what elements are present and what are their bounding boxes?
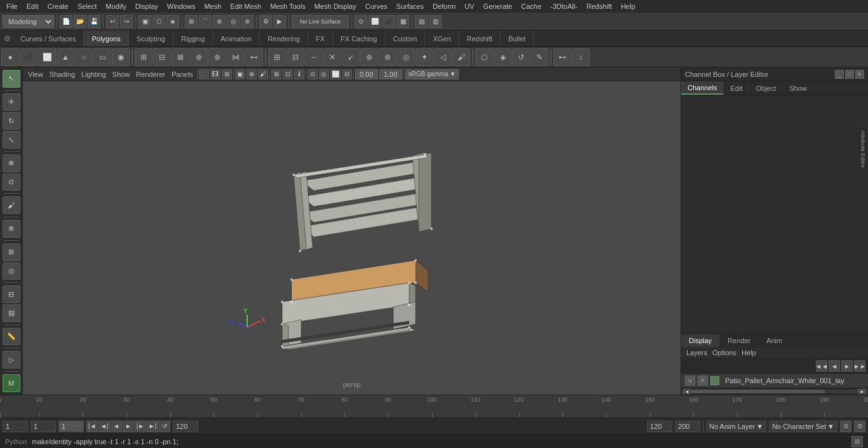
channel-box-minimize[interactable]: _	[835, 70, 844, 79]
shelf-disk[interactable]: ◉	[112, 48, 130, 66]
tab-curves-surfaces[interactable]: Curves / Surfaces	[13, 31, 84, 46]
shelf-smooth[interactable]: ◎	[397, 48, 415, 66]
snap-surface-btn[interactable]: ◎	[227, 15, 240, 28]
no-char-set-dropdown[interactable]: No Character Set ▼	[769, 421, 837, 432]
shelf-mirror[interactable]: ⊷	[245, 48, 263, 66]
vp-colorspace[interactable]: sRGB gamma ▼	[405, 69, 459, 79]
menu-generate[interactable]: Generate	[479, 2, 516, 11]
cluster-btn[interactable]: ⊞	[3, 243, 20, 261]
pb-step-fwd[interactable]: |►	[135, 421, 146, 432]
menu-edit-mesh[interactable]: Edit Mesh	[226, 2, 265, 11]
tab-object[interactable]: Object	[749, 81, 783, 95]
render-settings-btn[interactable]: ⚙	[259, 15, 272, 28]
menu-display[interactable]: Display	[132, 2, 162, 11]
smooth-btn[interactable]: ⬛	[383, 15, 395, 28]
layer-visibility-btn[interactable]: V	[685, 376, 695, 386]
layer-scrollbar-container[interactable]: ◄ ►	[681, 388, 868, 395]
shelf-offset-edge[interactable]: ⊟	[287, 48, 304, 66]
vp-grid-btn[interactable]: ⊞	[271, 69, 281, 79]
shelf-wedge[interactable]: ◁	[434, 48, 452, 66]
snap-grid-btn[interactable]: ⊞	[185, 15, 198, 28]
pb-play-fwd[interactable]: ►	[123, 421, 134, 432]
tab-bullet[interactable]: Bullet	[501, 31, 534, 46]
pb-play-back[interactable]: ◄	[111, 421, 122, 432]
shelf-quad-draw[interactable]: ⬡	[475, 48, 493, 66]
menu-modify[interactable]: Modify	[102, 2, 130, 11]
layer-scroll-left[interactable]: ◄	[682, 389, 691, 394]
select-by-component-btn[interactable]: ▣	[139, 15, 151, 28]
tab-polygons[interactable]: Polygons	[84, 31, 128, 46]
vp-wireframe-btn[interactable]: ⬜	[330, 69, 341, 79]
shelf-separate[interactable]: ⊗	[208, 48, 226, 66]
menu-uv[interactable]: UV	[461, 2, 478, 11]
paint-sel-btn[interactable]: 🖌	[3, 196, 20, 214]
shelf-relax[interactable]: ↺	[512, 48, 530, 66]
tab-custom[interactable]: Custom	[386, 31, 426, 46]
menu-curves[interactable]: Curves	[362, 2, 391, 11]
tab-redshift[interactable]: Redshift	[459, 31, 501, 46]
xray-btn[interactable]: ⊙	[355, 15, 367, 28]
menu-create[interactable]: Create	[44, 2, 72, 11]
shelf-slide-edge[interactable]: ↔	[305, 48, 323, 66]
scale-tool-btn[interactable]: ⤡	[3, 131, 20, 149]
shelf-sphere[interactable]: ●	[1, 48, 19, 66]
viewport-3d[interactable]: View Shading Lighting Show Renderer Pane…	[23, 67, 681, 395]
channel-box-close[interactable]: ✕	[855, 70, 864, 79]
shelf-merge[interactable]: ⊕	[360, 48, 378, 66]
menu-3dtall[interactable]: -3DtoAll-	[546, 2, 581, 11]
menu-file[interactable]: File	[3, 2, 22, 11]
help-menu[interactable]: Help	[742, 349, 756, 356]
measure-btn[interactable]: 📏	[3, 328, 20, 346]
show-manip-btn[interactable]: ⊗	[3, 220, 20, 238]
soft-select-btn[interactable]: ⊙	[3, 173, 20, 191]
tab-show[interactable]: Show	[783, 81, 814, 95]
joint-btn[interactable]: ◎	[3, 262, 20, 280]
layer-tab-render[interactable]: Render	[720, 334, 759, 347]
vp-smooth-btn[interactable]: ◎	[319, 69, 329, 79]
tabbar-gear[interactable]: ⚙	[1, 31, 13, 47]
render-btn[interactable]: ▶	[273, 15, 286, 28]
renderer-menu-btn[interactable]: Renderer	[133, 71, 168, 78]
shelf-combine[interactable]: ⊕	[190, 48, 208, 66]
tab-rigging[interactable]: Rigging	[173, 31, 213, 46]
lasso-select-btn[interactable]: ⬡	[153, 15, 165, 28]
layer-scroll-right[interactable]: ►	[858, 389, 867, 394]
new-scene-btn[interactable]: 📄	[60, 15, 72, 28]
layer-scrollbar-track[interactable]	[691, 390, 858, 393]
layout-btn[interactable]: ▤	[415, 15, 428, 28]
layer-next-next-btn[interactable]: ►►	[854, 360, 865, 372]
layout2-btn[interactable]: ▥	[429, 15, 442, 28]
vp-camera-btn[interactable]: 🎥	[199, 69, 209, 79]
shelf-mirror2[interactable]: ⊷	[553, 48, 571, 66]
vp-xray-btn[interactable]: ⊙	[308, 69, 318, 79]
options-menu[interactable]: Options	[712, 349, 736, 356]
undo-btn[interactable]: ↩	[106, 15, 119, 28]
paint-select-btn[interactable]: ◈	[166, 15, 179, 28]
vp-heads-up-btn[interactable]: ℹ	[294, 69, 304, 79]
layer-next-btn[interactable]: ►	[841, 360, 853, 372]
pb-go-end[interactable]: ►|	[147, 421, 158, 432]
menu-edit[interactable]: Edit	[23, 2, 43, 11]
rotate-tool-btn[interactable]: ↻	[3, 112, 20, 130]
workspace-selector[interactable]: Modeling Rigging Animation FX Rendering	[3, 15, 54, 28]
save-scene-btn[interactable]: 💾	[88, 15, 100, 28]
range-end-field[interactable]: 120	[173, 421, 198, 432]
vp-select-mode2-btn[interactable]: ⊕	[247, 69, 257, 79]
attribute-editor-vtab[interactable]: Attribute Editor	[858, 127, 868, 172]
frame-start-field[interactable]: 1	[3, 421, 28, 432]
pb-step-back[interactable]: ◄|	[98, 421, 110, 432]
wireframe-btn[interactable]: ⬜	[369, 15, 381, 28]
timeline-ruler[interactable]: 1102030405060708090100110120130140150160…	[0, 395, 868, 417]
status-icon-btn[interactable]: ⊞	[851, 436, 863, 447]
menu-redshift[interactable]: Redshift	[583, 2, 616, 11]
shelf-insert-edge[interactable]: ⊞	[268, 48, 286, 66]
snap-live-btn[interactable]: ⊛	[241, 15, 254, 28]
snap-point-btn[interactable]: ⊕	[213, 15, 226, 28]
maya-logo-btn[interactable]: M	[3, 374, 20, 392]
no-anim-layer-dropdown[interactable]: No Anim Layer ▼	[706, 421, 766, 432]
redo-btn[interactable]: ↪	[120, 15, 133, 28]
anim-extra-btn[interactable]: ⚙	[854, 421, 865, 432]
layer-prev-prev-btn[interactable]: ◄◄	[816, 360, 827, 372]
show-menu-btn[interactable]: Show	[110, 71, 133, 78]
menu-deform[interactable]: Deform	[429, 2, 459, 11]
